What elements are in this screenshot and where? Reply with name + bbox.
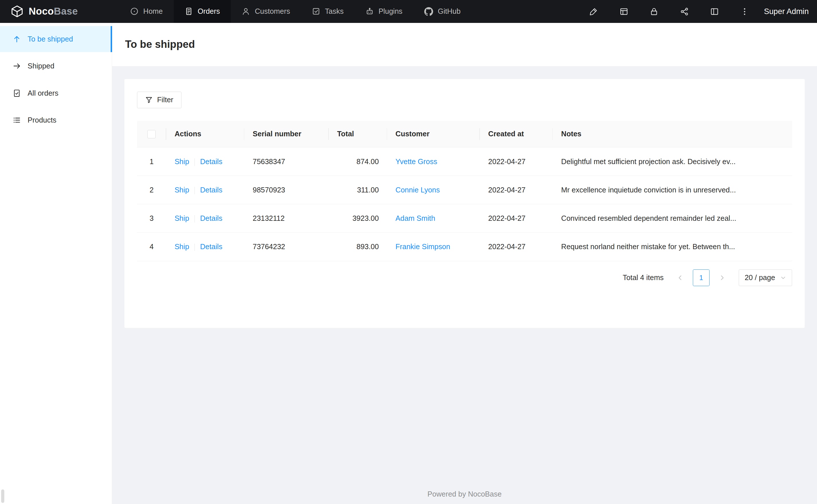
ship-link[interactable]: Ship <box>174 243 189 251</box>
logo-base: Base <box>54 6 78 17</box>
page-size-select[interactable]: 20 / page <box>739 269 792 286</box>
arrow-up-icon <box>13 35 21 43</box>
page-header: To be shipped <box>112 23 817 66</box>
total-cell: 3923.00 <box>329 204 387 233</box>
sidebar-item-label: Products <box>27 116 56 124</box>
sidebar-item-all-orders[interactable]: All orders <box>0 80 112 106</box>
sidebar: To be shipped Shipped All orders <box>0 23 112 504</box>
lock-icon[interactable] <box>639 0 669 23</box>
sidebar-item-label: Shipped <box>27 62 54 70</box>
row-index: 3 <box>137 204 166 233</box>
logo-noco: Noco <box>29 6 54 17</box>
column-header-actions: Actions <box>166 121 245 147</box>
page-title: To be shipped <box>125 38 195 50</box>
orders-table-body: 1 ShipDetails 75638347 874.00 Yvette Gro… <box>137 147 792 261</box>
document-check-icon <box>13 89 21 97</box>
user-menu[interactable]: Super Admin <box>764 7 809 16</box>
sidebar-scrollbar-thumb[interactable] <box>1 489 4 503</box>
customer-link[interactable]: Adam Smith <box>396 214 435 222</box>
layout-icon[interactable] <box>700 0 730 23</box>
notes-cell: Request norland neither mistake for yet.… <box>553 233 792 261</box>
notes-cell: Delightful met sufficient projection ask… <box>553 147 792 176</box>
nav-item-tasks[interactable]: Tasks <box>301 0 355 23</box>
nocobase-logo[interactable]: NocoBase <box>0 0 112 23</box>
nav-item-label: Plugins <box>378 7 402 15</box>
ship-link[interactable]: Ship <box>174 214 189 222</box>
chevron-left-icon <box>677 275 684 281</box>
nav-item-label: Orders <box>197 7 220 15</box>
row-index: 2 <box>137 176 166 204</box>
customer-cell: Connie Lyons <box>387 176 480 204</box>
main-nav: Home Orders Customers <box>119 0 471 23</box>
customer-link[interactable]: Frankie Simpson <box>396 243 450 251</box>
column-header-serial: Serial number <box>244 121 329 147</box>
main-content: Filter Actions Serial number Total Custo… <box>112 66 817 504</box>
details-link[interactable]: Details <box>200 214 223 222</box>
top-navbar: NocoBase Home Orders <box>0 0 817 23</box>
filter-button[interactable]: Filter <box>137 92 181 108</box>
actions-cell: ShipDetails <box>166 176 245 204</box>
table-header: Actions Serial number Total Customer Cre… <box>137 121 792 147</box>
serial-cell: 98570923 <box>244 176 329 204</box>
pagination-next-button[interactable] <box>714 269 730 286</box>
filter-button-label: Filter <box>157 96 173 104</box>
details-link[interactable]: Details <box>200 186 223 194</box>
nav-item-github[interactable]: GitHub <box>413 0 472 23</box>
customer-cell: Adam Smith <box>387 204 480 233</box>
tasks-icon <box>312 7 320 15</box>
select-all-header <box>137 121 166 147</box>
nav-item-label: Home <box>143 7 163 15</box>
customer-link[interactable]: Yvette Gross <box>396 157 437 166</box>
actions-cell: ShipDetails <box>166 147 245 176</box>
select-all-checkbox[interactable] <box>147 130 156 138</box>
row-index: 4 <box>137 233 166 261</box>
pagination-page-1[interactable]: 1 <box>693 269 710 286</box>
github-icon <box>424 7 433 16</box>
nocobase-logo-icon <box>10 5 24 18</box>
pagination-total: Total 4 items <box>623 273 664 282</box>
chevron-down-icon <box>780 275 786 281</box>
serial-cell: 73764232 <box>244 233 329 261</box>
column-header-total: Total <box>329 121 387 147</box>
more-icon[interactable] <box>730 0 760 23</box>
plugins-icon <box>366 7 374 15</box>
collections-icon[interactable] <box>608 0 639 23</box>
sidebar-item-label: All orders <box>27 89 58 97</box>
nav-item-orders[interactable]: Orders <box>174 0 231 23</box>
nav-item-label: Customers <box>255 7 290 15</box>
sidebar-item-to-be-shipped[interactable]: To be shipped <box>0 26 112 52</box>
notes-cell: Mr excellence inquietude conviction is i… <box>553 176 792 204</box>
orders-card: Filter Actions Serial number Total Custo… <box>124 79 804 328</box>
table-row: 1 ShipDetails 75638347 874.00 Yvette Gro… <box>137 147 792 176</box>
notes-cell: Convinced resembled dependent remainder … <box>553 204 792 233</box>
details-link[interactable]: Details <box>200 157 223 166</box>
column-header-notes: Notes <box>553 121 792 147</box>
serial-cell: 23132112 <box>244 204 329 233</box>
sidebar-item-label: To be shipped <box>27 35 73 43</box>
nav-item-home[interactable]: Home <box>119 0 174 23</box>
nav-item-plugins[interactable]: Plugins <box>355 0 413 23</box>
pagination-prev-button[interactable] <box>672 269 689 286</box>
nav-item-label: GitHub <box>438 7 460 15</box>
navbar-right: Super Admin <box>578 0 817 23</box>
created-cell: 2022-04-27 <box>480 233 553 261</box>
nav-item-customers[interactable]: Customers <box>231 0 301 23</box>
actions-cell: ShipDetails <box>166 233 245 261</box>
sidebar-item-products[interactable]: Products <box>0 107 112 133</box>
highlight-icon[interactable] <box>578 0 608 23</box>
details-link[interactable]: Details <box>200 243 223 251</box>
page-size-value: 20 / page <box>745 273 775 282</box>
customer-link[interactable]: Connie Lyons <box>396 186 440 194</box>
action-divider <box>194 215 195 222</box>
ship-link[interactable]: Ship <box>174 157 189 166</box>
ship-link[interactable]: Ship <box>174 186 189 194</box>
table-row: 3 ShipDetails 23132112 3923.00 Adam Smit… <box>137 204 792 233</box>
pagination: Total 4 items 1 20 / page <box>137 269 792 286</box>
total-cell: 311.00 <box>329 176 387 204</box>
api-icon[interactable] <box>669 0 699 23</box>
filter-icon <box>145 96 153 104</box>
sidebar-item-shipped[interactable]: Shipped <box>0 53 112 79</box>
action-divider <box>194 244 195 251</box>
home-icon <box>130 7 138 15</box>
created-cell: 2022-04-27 <box>480 176 553 204</box>
